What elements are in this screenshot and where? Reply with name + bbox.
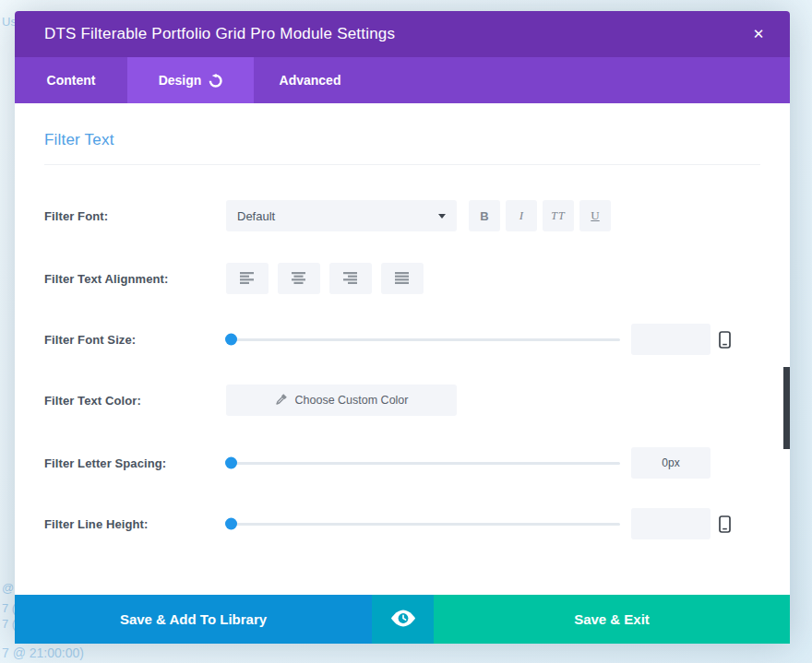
bold-button[interactable]: B bbox=[469, 200, 500, 231]
modal-title: DTS Filterable Portfolio Grid Pro Module… bbox=[15, 25, 395, 43]
save-add-to-library-button[interactable]: Save & Add To Library bbox=[15, 595, 372, 644]
slider-handle[interactable] bbox=[225, 334, 237, 346]
italic-button[interactable]: I bbox=[506, 200, 537, 231]
tab-content[interactable]: Content bbox=[15, 57, 127, 103]
align-left-button[interactable] bbox=[226, 263, 269, 294]
save-exit-button[interactable]: Save & Exit bbox=[434, 595, 790, 644]
modal-titlebar: DTS Filterable Portfolio Grid Pro Module… bbox=[15, 11, 790, 57]
caret-down-icon bbox=[438, 214, 446, 219]
justify-icon bbox=[394, 271, 411, 287]
preview-toggle-button[interactable] bbox=[372, 595, 434, 644]
tab-design[interactable]: Design bbox=[127, 57, 254, 103]
eyedropper-icon bbox=[275, 393, 288, 408]
filter-text-color-label: Filter Text Color: bbox=[44, 394, 226, 408]
align-right-button[interactable] bbox=[329, 263, 372, 294]
underline-button[interactable]: U bbox=[579, 200, 611, 231]
filter-font-size-label: Filter Font Size: bbox=[44, 333, 226, 347]
tab-advanced-label: Advanced bbox=[280, 73, 341, 88]
align-center-icon bbox=[291, 271, 307, 287]
eye-clock-icon bbox=[389, 609, 417, 631]
choose-custom-color-label: Choose Custom Color bbox=[295, 394, 409, 407]
filter-font-value: Default bbox=[237, 209, 438, 223]
row-filter-font: Filter Font: Default B I TT U bbox=[44, 200, 760, 231]
mobile-icon[interactable] bbox=[719, 331, 731, 349]
modal-footer: Save & Add To Library Save & Exit bbox=[15, 595, 790, 644]
filter-line-height-input[interactable] bbox=[631, 508, 710, 539]
filter-letter-spacing-label: Filter Letter Spacing: bbox=[44, 456, 226, 470]
background-text: 7 ( bbox=[2, 617, 16, 631]
filter-text-alignment-label: Filter Text Alignment: bbox=[44, 272, 226, 286]
section-divider bbox=[44, 164, 760, 165]
slider-track bbox=[226, 523, 620, 526]
filter-font-label: Filter Font: bbox=[44, 209, 226, 223]
slider-handle[interactable] bbox=[225, 518, 237, 530]
modal-tabbar: Content Design Advanced bbox=[15, 57, 790, 103]
row-filter-letter-spacing: Filter Letter Spacing: 0px bbox=[44, 447, 760, 479]
tab-content-label: Content bbox=[47, 73, 96, 88]
mobile-icon[interactable] bbox=[719, 515, 731, 533]
row-filter-line-height: Filter Line Height: bbox=[44, 508, 760, 539]
slider-track bbox=[226, 462, 620, 465]
background-text: 7 @ 21:00:00) bbox=[2, 645, 84, 660]
section-heading-filter-text: Filter Text bbox=[44, 131, 760, 149]
background-text: @ bbox=[2, 581, 14, 595]
tab-design-label: Design bbox=[159, 73, 202, 88]
alignment-buttons bbox=[226, 263, 424, 294]
justify-button[interactable] bbox=[381, 263, 424, 294]
filter-letter-spacing-slider[interactable] bbox=[226, 447, 620, 479]
filter-line-height-slider[interactable] bbox=[226, 508, 620, 539]
tab-advanced[interactable]: Advanced bbox=[254, 57, 366, 103]
choose-custom-color-button[interactable]: Choose Custom Color bbox=[226, 385, 457, 416]
align-center-button[interactable] bbox=[278, 263, 320, 294]
slider-track bbox=[226, 338, 620, 341]
scrollbar-thumb[interactable] bbox=[783, 367, 790, 449]
close-icon[interactable]: ✕ bbox=[740, 11, 777, 57]
filter-line-height-label: Filter Line Height: bbox=[44, 517, 226, 531]
module-settings-modal: DTS Filterable Portfolio Grid Pro Module… bbox=[15, 11, 790, 644]
row-filter-text-alignment: Filter Text Alignment: bbox=[44, 263, 760, 294]
filter-letter-spacing-input[interactable]: 0px bbox=[631, 447, 710, 479]
background-text: 7 ( bbox=[2, 601, 16, 615]
smallcaps-button[interactable]: TT bbox=[543, 200, 574, 231]
align-left-icon bbox=[239, 271, 256, 287]
font-style-buttons: B I TT U bbox=[469, 200, 611, 231]
filter-font-select[interactable]: Default bbox=[226, 200, 457, 231]
reset-icon[interactable] bbox=[209, 74, 222, 88]
filter-font-size-slider[interactable] bbox=[226, 324, 620, 355]
settings-content: Filter Text Filter Font: Default B I TT … bbox=[15, 103, 790, 595]
slider-handle[interactable] bbox=[225, 457, 237, 469]
filter-font-size-input[interactable] bbox=[631, 324, 710, 355]
align-right-icon bbox=[342, 271, 359, 287]
row-filter-text-color: Filter Text Color: Choose Custom Color bbox=[44, 385, 760, 416]
row-filter-font-size: Filter Font Size: bbox=[44, 324, 760, 355]
